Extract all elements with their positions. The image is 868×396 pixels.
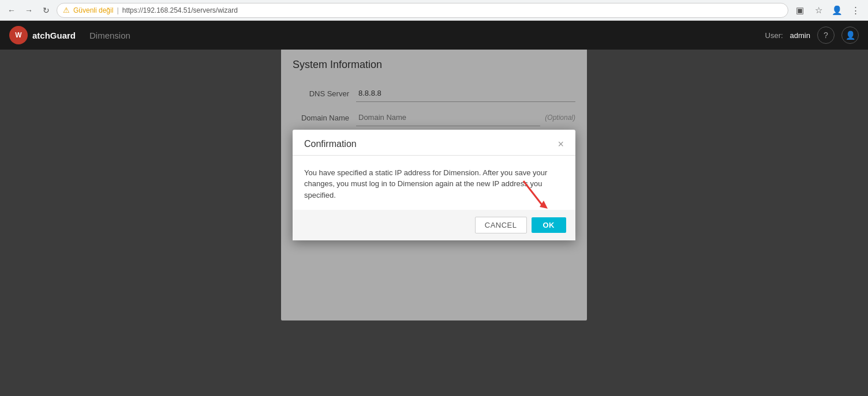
- address-separator: |: [117, 6, 118, 14]
- browser-bar: ← → ↻ ⚠ Güvenli değil | https://192.168.…: [0, 0, 868, 21]
- dialog-title: Confirmation: [304, 139, 357, 149]
- logo-icon: W: [9, 26, 28, 44]
- logo-area: W atchGuard: [9, 26, 76, 44]
- user-profile-button[interactable]: 👤: [841, 27, 859, 44]
- menu-button[interactable]: ⋮: [847, 2, 863, 18]
- dialog-footer: CANCEL OK: [293, 210, 575, 240]
- ok-button[interactable]: OK: [532, 217, 567, 233]
- reload-button[interactable]: ↻: [39, 3, 53, 17]
- cancel-button[interactable]: CANCEL: [475, 217, 527, 233]
- cast-button[interactable]: ▣: [792, 2, 808, 18]
- forward-button[interactable]: →: [22, 3, 36, 17]
- address-bar[interactable]: ⚠ Güvenli değil | https://192.168.254.51…: [57, 3, 788, 18]
- back-button[interactable]: ←: [5, 3, 18, 17]
- wizard-panel: System Information DNS Server Domain Nam…: [281, 50, 587, 320]
- help-button[interactable]: ?: [817, 27, 835, 44]
- bookmark-button[interactable]: ☆: [810, 2, 826, 18]
- security-warning-icon: ⚠: [63, 6, 70, 14]
- dialog-close-button[interactable]: ×: [558, 139, 564, 149]
- user-label: User:: [765, 31, 783, 40]
- browser-actions: ▣ ☆ 👤 ⋮: [792, 2, 863, 18]
- profile-button[interactable]: 👤: [829, 2, 845, 18]
- address-url: https://192.168.254.51/servers/wizard: [122, 6, 238, 14]
- modal-overlay: Confirmation × You have specified a stat…: [281, 50, 587, 320]
- app-title: Dimension: [89, 31, 130, 40]
- confirmation-dialog: Confirmation × You have specified a stat…: [293, 130, 575, 241]
- app-header: W atchGuard Dimension User: admin ? 👤: [0, 21, 868, 50]
- dialog-body: You have specified a static IP address f…: [293, 156, 575, 210]
- brand-name: atchGuard: [32, 31, 76, 40]
- dialog-message: You have specified a static IP address f…: [304, 167, 564, 201]
- header-right: User: admin ? 👤: [765, 27, 859, 44]
- page-content: System Information DNS Server Domain Nam…: [0, 50, 868, 396]
- user-name: admin: [790, 31, 810, 40]
- not-secure-label: Güvenli değil: [73, 6, 113, 14]
- dialog-header: Confirmation ×: [293, 130, 575, 156]
